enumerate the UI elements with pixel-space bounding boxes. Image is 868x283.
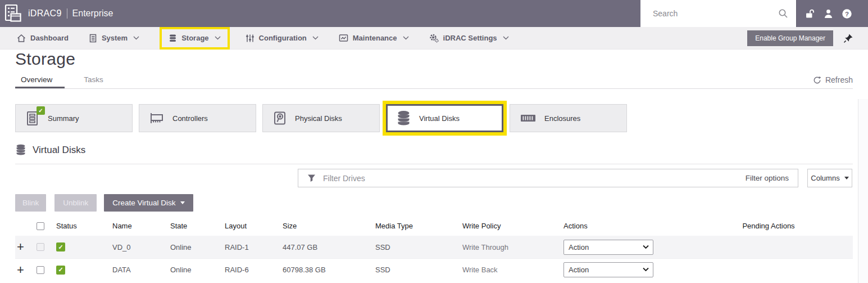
refresh-icon [813, 76, 821, 84]
col-actions: Actions [563, 222, 684, 230]
vd-name: VD_0 [112, 243, 170, 251]
brand-separator [67, 8, 67, 19]
chevron-down-icon [215, 36, 221, 40]
vd-size: 447.07 GB [283, 243, 375, 251]
chevron-down-icon [133, 36, 139, 40]
help-icon[interactable]: ? [842, 8, 852, 19]
vd-layout: RAID-6 [225, 266, 283, 274]
caret-down-icon [844, 177, 849, 179]
page-title: Storage [15, 50, 75, 69]
expand-row-button[interactable]: + [15, 264, 35, 276]
unblink-button[interactable]: Unblink [54, 194, 97, 212]
physical-disks-icon [272, 111, 287, 126]
expand-row-button[interactable]: + [15, 241, 35, 253]
virtual-disks-table: Status Name State Layout Size Media Type… [15, 218, 853, 281]
brand-name: iDRAC9 [28, 8, 62, 19]
columns-dropdown-button[interactable]: Columns [807, 169, 852, 187]
blink-button[interactable]: Blink [15, 194, 46, 212]
home-icon [17, 34, 26, 43]
nav-item-system[interactable]: System [89, 34, 139, 43]
vd-size: 60798.38 GB [283, 266, 375, 274]
storage-nav-highlight: Storage [160, 27, 229, 50]
nav-item-idrac-settings[interactable]: iDRAC Settings [429, 33, 509, 43]
create-virtual-disk-button[interactable]: Create Virtual Disk [104, 194, 193, 212]
enclosures-icon [520, 111, 537, 125]
vd-write-policy: Write Back [462, 266, 563, 274]
search-input[interactable] [640, 9, 778, 18]
select-all-checkbox[interactable] [37, 222, 44, 230]
table-toolbar: Blink Unblink Create Virtual Disk [15, 194, 193, 212]
col-name: Name [112, 222, 170, 230]
card-label: Controllers [172, 114, 208, 123]
col-pending-actions: Pending Actions [742, 222, 794, 230]
col-layout: Layout [225, 222, 283, 230]
nav-item-dashboard[interactable]: Dashboard [17, 34, 69, 43]
refresh-button[interactable]: Refresh [813, 75, 853, 84]
action-select-wrap: Action [563, 240, 653, 255]
row-checkbox[interactable] [37, 266, 44, 274]
section-title: Virtual Disks [33, 145, 85, 156]
summary-icon: ✓ [25, 111, 40, 126]
tab-tasks[interactable]: Tasks [84, 75, 103, 84]
idrac-logo-icon [3, 3, 22, 24]
enable-group-manager-button[interactable]: Enable Group Manager [747, 30, 833, 46]
filter-options-button[interactable]: Filter options [746, 174, 789, 182]
card-label: Virtual Disks [419, 114, 460, 123]
brand-text: iDRAC9 Enterprise [28, 8, 113, 19]
tab-divider [15, 88, 853, 89]
virtual-disks-section-icon [15, 144, 26, 156]
main-content: Storage Overview Tasks Refresh [0, 50, 868, 283]
caret-down-icon [180, 201, 185, 204]
create-virtual-disk-label: Create Virtual Disk [112, 199, 175, 207]
vd-write-policy: Write Through [462, 243, 563, 251]
search-icon[interactable] [778, 8, 788, 19]
action-select[interactable]: Action [563, 240, 653, 255]
top-header-bar: iDRAC9 Enterprise [0, 0, 868, 27]
user-icon[interactable] [823, 8, 834, 19]
section-divider [15, 164, 853, 164]
card-label: Summary [48, 114, 79, 123]
action-select-wrap: Action [563, 262, 653, 277]
table-header-row: Status Name State Layout Size Media Type… [15, 218, 853, 235]
scrollbar-track[interactable] [858, 99, 868, 283]
summary-ok-badge: ✓ [37, 106, 45, 115]
nav-item-storage[interactable]: Storage [169, 34, 220, 43]
nav-item-configuration[interactable]: Configuration [246, 34, 319, 43]
unlock-icon[interactable] [805, 8, 815, 19]
main-navbar: Dashboard System Storage [0, 27, 868, 50]
storage-category-cards: ✓ Summary Controllers [15, 104, 627, 132]
storage-disks-icon [169, 34, 177, 43]
virtual-disks-section-header: Virtual Disks [15, 144, 85, 156]
nav-label: Storage [181, 34, 208, 42]
action-select[interactable]: Action [563, 262, 653, 277]
col-write-policy: Write Policy [462, 222, 563, 230]
nav-label: Maintenance [353, 34, 397, 42]
virtual-disks-icon [396, 110, 411, 126]
gear-icon [429, 33, 439, 43]
vd-state: Online [170, 243, 225, 251]
pin-icon[interactable] [843, 33, 853, 43]
card-label: Enclosures [544, 114, 580, 123]
col-status: Status [56, 222, 112, 230]
status-ok-badge: ✓ [56, 266, 65, 275]
tab-overview[interactable]: Overview [21, 75, 52, 84]
card-summary[interactable]: ✓ Summary [15, 104, 133, 132]
card-virtual-disks[interactable]: Virtual Disks [386, 104, 503, 132]
columns-label: Columns [811, 174, 839, 182]
table-row: + ✓ VD_0 Online RAID-1 447.07 GB SSD Wri… [15, 236, 853, 258]
vd-state: Online [170, 266, 225, 274]
vd-media-type: SSD [375, 243, 462, 251]
card-controllers[interactable]: Controllers [139, 104, 256, 132]
card-enclosures[interactable]: Enclosures [510, 104, 627, 132]
status-ok-badge: ✓ [56, 242, 65, 251]
card-physical-disks[interactable]: Physical Disks [262, 104, 380, 132]
card-label: Physical Disks [295, 114, 342, 123]
svg-text:?: ? [845, 10, 849, 17]
col-size: Size [283, 222, 375, 230]
vd-name: DATA [112, 266, 170, 274]
filter-drives-input[interactable] [316, 174, 746, 183]
nav-label: System [102, 34, 128, 42]
vd-media-type: SSD [375, 266, 462, 274]
row-checkbox[interactable] [37, 243, 44, 251]
nav-item-maintenance[interactable]: Maintenance [339, 34, 409, 42]
